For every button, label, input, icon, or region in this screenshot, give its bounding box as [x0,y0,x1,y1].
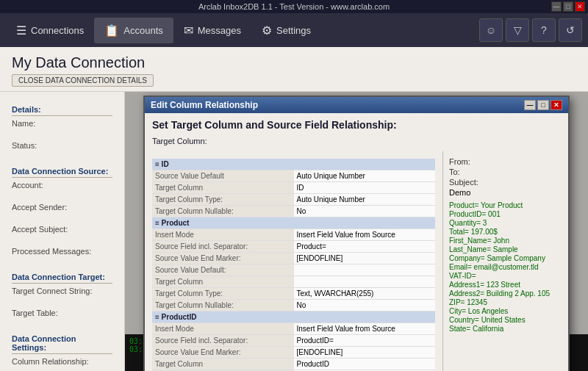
target-table-label: Target Table: [12,309,112,317]
center-area: 03:31:57 [START] Arclab Inbox2DB 1.1.0 0… [125,92,588,371]
accept-subject-value [12,234,112,245]
page-title-bar: My Data Connection CLOSE DATA CONNECTION… [0,47,588,92]
table-row: Source Field incl. Separator:Product= [152,241,435,253]
titlebar: Arclab Inbox2DB 1.1 - Test Version - www… [0,0,588,13]
name-label: Name: [12,119,112,128]
table-row: Target Column Type:Text, WVARCHAR(255) [152,288,435,300]
details-section-header: Details: [12,105,112,116]
target-connect-label: Target Connect String: [12,287,112,295]
email-line: Address2= Building 2 App. 105 [449,289,562,298]
subject-value: Demo [449,188,562,197]
nav-messages[interactable]: ✉ Messages [173,18,251,43]
modal-heading: Set Target Column and Source Field Relat… [152,119,561,131]
table-row: Target Column [152,276,435,288]
nav-settings[interactable]: ⚙ Settings [251,18,321,43]
email-line: State= California [449,325,562,333]
table-row: Insert ModeInsert Field Value from Sourc… [152,323,435,335]
email-content: Product= Your ProductProductID= 001Quant… [449,201,562,333]
connections-icon: ☰ [16,24,26,37]
refresh-btn[interactable]: ↺ [559,18,582,42]
target-section-header: Data Connection Target: [12,273,112,284]
dropdown-btn[interactable]: ▽ [506,18,529,42]
target-table-value [12,318,112,328]
close-details-button[interactable]: CLOSE DATA CONNECTION DETAILS [12,74,154,87]
close-btn[interactable]: ✕ [575,1,585,12]
subject-label: Subject: [449,178,562,187]
help-btn[interactable]: ? [532,18,556,42]
table-row: Source Value Default: [152,264,435,276]
table-row: Insert ModeInsert Field Value from Sourc… [152,229,435,241]
email-line: City= Los Angeles [449,307,562,315]
status-value [12,151,112,161]
modal-email-preview: From: To: Subject: Demo Product= Your Pr… [443,151,568,371]
accept-sender-label: Accept Sender: [12,203,112,212]
messages-icon: ✉ [184,24,193,37]
modal-minimize-btn[interactable]: — [524,100,536,110]
table-row: Source Value End Marker:[ENDOFLINE] [152,253,435,264]
email-line: Company= Sample Company [449,254,562,262]
table-row: Target ColumnProductID [152,359,435,370]
email-line: ZIP= 12345 [449,298,562,306]
modal-title: Edit Column Relationship [151,100,258,110]
from-label: From: [449,157,562,166]
table-row: Target Column Type:Auto Unique Number [152,194,435,206]
modal-overlay: Edit Column Relationship — □ ✕ Set Targe… [125,92,588,371]
processed-label: Processed Messages: [12,247,112,256]
target-col-label: Target Column: [152,137,561,145]
content-area: Details: Name: Status: Data Connection S… [0,92,588,371]
nav-connections[interactable]: ☰ Connections [6,18,94,43]
modal-content: ≡ IDSource Value DefaultAuto Unique Numb… [145,151,568,371]
accept-sender-value [12,212,112,223]
email-line: Product= Your Product [449,201,562,209]
table-row: Target Column Nullable:No [152,206,435,217]
modal-titlebar: Edit Column Relationship — □ ✕ [145,97,568,113]
to-label: To: [449,168,562,176]
table-group-header: ≡ Product [152,217,435,229]
email-line: Total= 197.00$ [449,228,562,236]
page-title: My Data Connection [12,54,576,71]
email-line: Country= United States [449,316,562,324]
nav-right-buttons: ☺ ▽ ? ↺ [479,18,582,42]
nav-accounts[interactable]: 📋 Accounts [94,18,173,43]
account-label: Account: [12,181,112,190]
table-row: Target ColumnID [152,182,435,194]
accounts-icon: 📋 [104,24,119,37]
navbar: ☰ Connections 📋 Accounts ✉ Messages ⚙ Se… [0,13,588,47]
edit-column-modal: Edit Column Relationship — □ ✕ Set Targe… [143,96,570,371]
accept-subject-label: Accept Subject: [12,225,112,234]
table-row: Source Value End Marker:[ENDOFLINE] [152,347,435,359]
processed-value [12,256,112,267]
modal-window-controls: — □ ✕ [524,100,562,110]
table-group-header: ≡ ProductID [152,311,435,323]
target-connect-value [12,296,112,306]
name-value [12,129,112,139]
window-controls[interactable]: — □ ✕ [551,1,585,12]
modal-maximize-btn[interactable]: □ [537,100,549,110]
maximize-btn[interactable]: □ [563,1,573,12]
nav-accounts-label: Accounts [123,25,162,36]
table-group-header: ≡ ID [152,159,435,170]
col-rel-label: Column Relationship: [12,357,112,366]
status-label: Status: [12,141,112,150]
account-value [12,190,112,201]
email-line: Last_Name= Sample [449,245,562,253]
modal-body-header: Set Target Column and Source Field Relat… [145,113,568,151]
nav-messages-label: Messages [198,25,241,36]
table-row: Target Column Nullable:No [152,300,435,311]
nav-settings-label: Settings [276,25,311,36]
source-section-header: Data Connection Source: [12,167,112,178]
email-line: First_Name= John [449,237,562,245]
email-line: ProductID= 001 [449,210,562,218]
email-line: Address1= 123 Street [449,281,562,289]
left-panel: Details: Name: Status: Data Connection S… [0,92,125,371]
profile-btn[interactable]: ☺ [479,18,503,42]
table-row: Source Value DefaultAuto Unique Number [152,170,435,182]
modal-close-btn[interactable]: ✕ [551,100,562,110]
window-title: Arclab Inbox2DB 1.1 - Test Version - www… [198,2,390,11]
modal-table-panel: ≡ IDSource Value DefaultAuto Unique Numb… [145,151,443,371]
table-row: Source Field incl. Separator:ProductID= [152,335,435,347]
minimize-btn[interactable]: — [551,1,562,12]
email-line: VAT-ID= [449,272,562,280]
settings-icon: ⚙ [262,24,272,37]
main-content: My Data Connection CLOSE DATA CONNECTION… [0,47,588,371]
